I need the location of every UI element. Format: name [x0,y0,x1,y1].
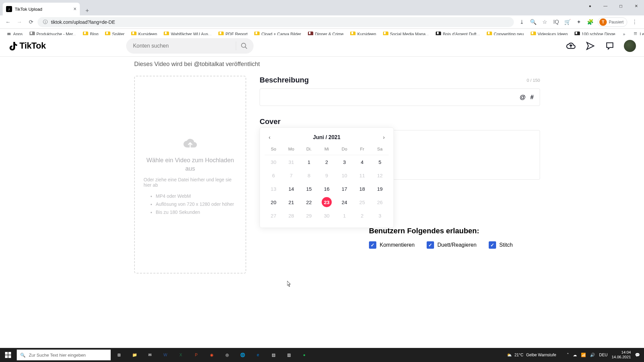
calendar-day[interactable]: 15 [300,182,318,195]
search-button[interactable] [237,39,252,53]
next-month-button[interactable]: › [381,133,387,142]
calendar-day[interactable]: 6 [265,169,282,182]
app-icon-1[interactable]: ▤ [266,348,281,362]
calendar-day[interactable]: 31 [282,155,300,169]
calendar-day[interactable]: 2 [353,209,371,222]
close-tab-icon[interactable]: × [73,6,76,12]
weather-widget[interactable]: ⛅ 21°C Gelbe Warnstufe [507,353,556,357]
calendar-day[interactable]: 27 [265,209,282,222]
calendar-day[interactable]: 28 [282,209,300,222]
onedrive-icon[interactable]: ☁ [573,353,577,357]
calendar-day[interactable]: 18 [353,182,371,195]
description-input[interactable]: @ # [260,88,540,106]
kebab-menu-icon[interactable]: ⋮ [631,18,639,26]
close-window-button[interactable]: ✕ [629,0,644,12]
brave-icon[interactable]: ◉ [204,348,219,362]
calendar-day[interactable]: 24 [335,195,353,209]
taskview-icon[interactable]: ⊞ [111,348,127,362]
language-indicator[interactable]: DEU [599,353,607,357]
upload-icon[interactable] [566,41,576,51]
calendar-day[interactable]: 12 [371,169,389,182]
calendar-day[interactable]: 21 [282,195,300,209]
calendar-day[interactable]: 30 [318,209,336,222]
word-icon[interactable]: W [158,348,173,362]
calendar-day[interactable]: 20 [265,195,282,209]
inbox-icon[interactable] [604,41,615,51]
calendar-day[interactable]: 30 [265,155,282,169]
zoom-icon[interactable]: 🔍 [529,18,537,26]
calendar-day[interactable]: 11 [353,169,371,182]
window-account-icon[interactable]: ● [582,0,598,12]
prev-month-button[interactable]: ‹ [267,133,272,142]
start-button[interactable] [0,348,16,362]
star-icon[interactable]: ☆ [541,18,549,26]
new-tab-button[interactable]: + [83,6,92,15]
tiktok-logo[interactable]: TikTok [8,41,46,51]
volume-icon[interactable]: 🔊 [590,353,595,357]
calendar-day[interactable]: 25 [353,195,371,209]
calendar-day[interactable]: 7 [282,169,300,182]
calendar-day[interactable]: 3 [371,209,389,222]
chrome-icon[interactable]: 🌐 [235,348,250,362]
mention-button[interactable]: @ [520,94,526,101]
search-input[interactable] [133,43,235,49]
site-info-icon[interactable]: ⓘ [42,19,48,25]
allow-checkbox-item[interactable]: ✓Kommentieren [369,241,415,249]
svg-rect-7 [5,355,8,358]
calendar-day[interactable]: 10 [335,169,353,182]
extension-cart-icon[interactable]: 🛒 [564,18,572,26]
maximize-button[interactable]: ◻ [613,0,629,12]
minimize-button[interactable]: — [598,0,613,12]
calendar-day[interactable]: 26 [371,195,389,209]
edge-icon[interactable]: e [250,348,266,362]
reload-button[interactable]: ⟳ [26,17,36,27]
calendar-day[interactable]: 3 [335,155,353,169]
taskbar-search[interactable]: 🔍 Zur Suche Text hier eingeben [17,350,111,360]
app-icon-2[interactable]: ▥ [281,348,297,362]
back-button[interactable]: ← [3,17,13,27]
calendar-day[interactable]: 9 [318,169,336,182]
hashtag-button[interactable]: # [530,94,534,101]
profile-badge[interactable]: T Pausiert [598,17,627,27]
browser-tab[interactable]: ♪ TikTok Upload × [3,3,80,15]
notifications-icon[interactable]: 💬 [635,353,640,357]
calendar-grid: 3031123456789101112131415161718192021222… [265,155,389,222]
description-label: Beschreibung 0 / 150 [260,76,540,84]
allow-checkbox-item[interactable]: ✓Duett/Reagieren [427,241,477,249]
calendar-day[interactable]: 22 [300,195,318,209]
calendar-day[interactable]: 5 [371,155,389,169]
address-bar[interactable]: ⓘ tiktok.com/upload?lang=de-DE [38,17,514,27]
clock[interactable]: 14:04 14.06.2021 [611,350,631,360]
mail-icon[interactable]: ✉ [142,348,158,362]
wifi-icon[interactable]: 📶 [581,353,586,357]
calendar-day[interactable]: 29 [300,209,318,222]
calendar-day[interactable]: 4 [353,155,371,169]
calendar-day[interactable]: 17 [335,182,353,195]
send-message-icon[interactable] [585,41,596,51]
obs-icon[interactable]: ◎ [219,348,235,362]
spotify-icon[interactable]: ● [297,348,312,362]
calendar-day[interactable]: 14 [282,182,300,195]
forward-button[interactable]: → [15,17,24,27]
calendar-day[interactable]: 1 [300,155,318,169]
calendar-day[interactable]: 2 [318,155,336,169]
install-icon[interactable]: ⤓ [518,18,526,26]
calendar-day[interactable]: 23 [318,195,336,209]
allow-checkbox-item[interactable]: ✓Stitch [489,241,513,249]
profile-avatar-icon: T [599,18,607,26]
tray-up-icon[interactable]: ˄ [567,353,569,357]
user-avatar[interactable] [624,40,636,52]
search-box[interactable] [126,38,254,54]
calendar-day[interactable]: 19 [371,182,389,195]
video-dropzone[interactable]: Wähle ein Video zum Hochladen aus Oder z… [134,76,246,274]
powerpoint-icon[interactable]: P [189,348,204,362]
calendar-day[interactable]: 1 [335,209,353,222]
extension-iq-icon[interactable]: IQ [552,18,560,26]
excel-icon[interactable]: X [173,348,189,362]
extensions-puzzle-icon[interactable]: 🧩 [586,18,594,26]
calendar-day[interactable]: 13 [265,182,282,195]
calendar-day[interactable]: 16 [318,182,336,195]
calendar-day[interactable]: 8 [300,169,318,182]
extension-clover-icon[interactable]: ✦ [575,18,583,26]
explorer-icon[interactable]: 📁 [127,348,142,362]
